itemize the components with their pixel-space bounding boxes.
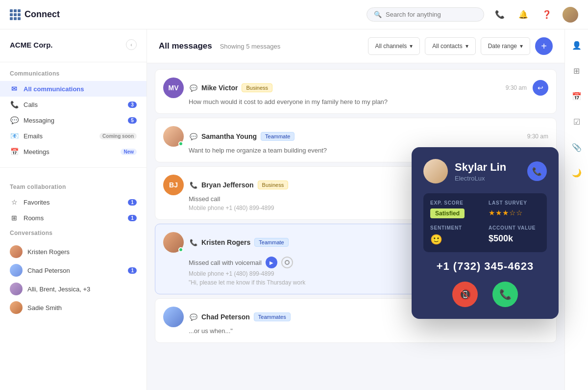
sender-name-mike-victor: Mike Victor [201, 84, 238, 92]
rs-moon-icon[interactable]: 🌙 [569, 165, 585, 181]
chevron-down-icon-3: ▾ [520, 43, 523, 50]
search-bar[interactable]: 🔍 [367, 7, 484, 22]
favorites-label: Favorites [24, 199, 123, 206]
left-sidebar: ACME Corp. ‹ Communications ✉ All commun… [0, 29, 147, 390]
account-value-label: ACCOUNT VALUE [489, 225, 540, 231]
content-header: All messages Showing 5 messages All chan… [147, 29, 564, 63]
avatar-samantha [163, 126, 184, 147]
msg-body-kristen: Missed call with voicemail [189, 259, 262, 266]
org-name: ACME Corp. [10, 41, 53, 49]
conv-item-group[interactable]: Alli, Brent, Jessica, +3 [0, 280, 147, 298]
calls-badge: 3 [128, 102, 137, 108]
call-contact-info: Skylar Lin ElectroLux [455, 161, 506, 182]
search-input[interactable] [386, 11, 477, 18]
conversations-label: Conversations [0, 226, 147, 240]
meetings-label: Meetings [24, 148, 116, 156]
user-avatar[interactable] [563, 7, 578, 23]
sender-name-samantha: Samantha Young [201, 132, 257, 140]
rs-table-icon[interactable]: ⊞ [569, 63, 585, 78]
sidebar-item-all-communications[interactable]: ✉ All communications [0, 81, 147, 97]
conv-avatar-group [10, 283, 23, 295]
conv-name-chad: Chad Peterson [27, 267, 123, 274]
message-icon: 💬 [10, 116, 19, 124]
message-channel-icon: 💬 [190, 84, 197, 92]
messages-count: Showing 5 messages [220, 43, 281, 50]
filter-channels-label: All channels [375, 43, 407, 50]
chevron-down-icon-2: ▾ [466, 43, 468, 50]
online-indicator [178, 141, 183, 146]
call-card: Skylar Lin ElectroLux 📞 EXP. SCORE Satis… [412, 147, 559, 319]
conv-name-group: Alli, Brent, Jessica, +3 [27, 286, 137, 293]
sentiment-label: SENTIMENT [430, 225, 482, 231]
conv-item-sadie[interactable]: Sadie Smith [0, 298, 147, 317]
reply-btn-mike[interactable]: ↩ [533, 80, 548, 96]
sidebar-collapse-btn[interactable]: ‹ [126, 39, 137, 50]
sentiment-emoji: 🙂 [430, 234, 482, 245]
exp-score-label: EXP. SCORE [430, 200, 482, 206]
call-card-header: Skylar Lin ElectroLux 📞 [423, 159, 547, 183]
meetings-tag: New [121, 149, 137, 155]
message-channel-icon-3: 💬 [190, 313, 197, 321]
sender-name-bryan: Bryan Jefferson [201, 181, 254, 189]
phone-icon[interactable]: 📞 [492, 7, 508, 23]
avatar-chad [163, 307, 184, 327]
end-call-btn[interactable]: 📵 [452, 282, 478, 307]
play-voicemail-btn[interactable]: ▶ [266, 257, 277, 268]
tag-business-mike: Business [242, 83, 272, 92]
tag-business-bryan: Business [258, 181, 289, 189]
sentiment-section: SENTIMENT 🙂 [430, 225, 482, 245]
exp-score-section: EXP. SCORE Satisfied [430, 200, 482, 218]
rs-attachment-icon[interactable]: 📎 [569, 139, 585, 155]
add-message-btn[interactable]: + [535, 37, 553, 55]
calendar-icon: 📅 [10, 148, 19, 156]
filter-date-btn[interactable]: Date range ▾ [481, 37, 530, 55]
conv-item-kristen[interactable]: Kristen Rogers [0, 242, 147, 261]
call-action-buttons: 📵 📞 [423, 282, 547, 307]
avatar-kristen [163, 232, 184, 253]
app-logo: Connect [10, 9, 60, 20]
msg-body-chad: ...or us when..." [189, 327, 548, 335]
sidebar-item-emails[interactable]: 📧 Emails Coming soon [0, 128, 147, 144]
sidebar-item-favorites[interactable]: ☆ Favorites 1 [0, 194, 147, 210]
conv-item-chad[interactable]: Chad Peterson 1 [0, 261, 147, 280]
bell-icon[interactable]: 🔔 [515, 7, 531, 23]
team-section-label: Team collaboration [0, 180, 147, 194]
all-communications-label: All communications [24, 85, 137, 93]
conv-name-sadie: Sadie Smith [27, 304, 137, 312]
divider [0, 62, 147, 62]
sidebar-item-calls[interactable]: 📞 Calls 3 [0, 97, 147, 112]
rs-calendar-icon[interactable]: 📅 [569, 88, 585, 104]
call-contact-btn[interactable]: 📞 [527, 161, 547, 181]
answer-call-btn[interactable]: 📞 [492, 282, 518, 307]
message-card-mike-victor[interactable]: MV 💬 Mike Victor Business 9:30 am ↩ How … [155, 69, 557, 114]
filter-buttons: All channels ▾ All contacts ▾ Date range… [368, 37, 553, 55]
call-channel-icon: 📞 [190, 182, 197, 189]
communications-section-label: Communications [0, 66, 147, 81]
help-icon[interactable]: ❓ [539, 7, 555, 23]
survey-stars: ★★★☆☆ [489, 208, 540, 217]
rs-checklist-icon[interactable]: ☑ [569, 114, 585, 130]
divider-2 [0, 167, 147, 168]
record-btn[interactable] [281, 257, 293, 268]
avatar-bryan: BJ [163, 175, 184, 195]
filter-channels-btn[interactable]: All channels ▾ [368, 37, 420, 55]
sidebar-item-meetings[interactable]: 📅 Meetings New [0, 144, 147, 159]
rs-contacts-icon[interactable]: 👤 [569, 37, 585, 53]
chevron-down-icon: ▾ [410, 43, 413, 50]
call-contact-name: Skylar Lin [455, 161, 506, 174]
tag-teammates-chad: Teammates [254, 312, 291, 321]
topbar: Connect 🔍 📞 🔔 ❓ [0, 0, 588, 29]
call-phone-number: +1 (732) 345-4623 [423, 260, 547, 273]
sidebar-item-rooms[interactable]: ⊞ Rooms 1 [0, 210, 147, 226]
exp-score-value: Satisfied [430, 208, 465, 218]
call-stats: EXP. SCORE Satisfied LAST SURVEY ★★★☆☆ S… [423, 193, 547, 252]
sidebar-item-messaging[interactable]: 💬 Messaging 5 [0, 112, 147, 128]
team-section: Team collaboration ☆ Favorites 1 ⊞ Rooms… [0, 180, 147, 319]
org-header: ACME Corp. ‹ [0, 39, 147, 58]
topbar-actions: 📞 🔔 ❓ [492, 7, 578, 23]
avatar-mike-victor: MV [163, 78, 184, 98]
emails-label: Emails [24, 132, 95, 140]
star-icon: ☆ [10, 198, 19, 206]
filter-contacts-btn[interactable]: All contacts ▾ [425, 37, 475, 55]
app-title: Connect [24, 9, 60, 20]
